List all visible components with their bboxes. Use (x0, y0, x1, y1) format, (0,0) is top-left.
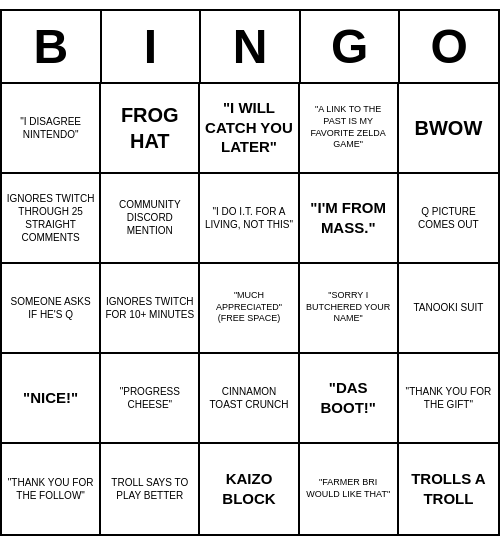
cell-text: IGNORES TWITCH FOR 10+ MINUTES (105, 295, 194, 321)
cell-text: KAIZO BLOCK (204, 469, 293, 508)
bingo-cell[interactable]: "FARMER BRI WOULD LIKE THAT" (300, 444, 399, 534)
bingo-cell[interactable]: IGNORES TWITCH FOR 10+ MINUTES (101, 264, 200, 354)
cell-text: TANOOKI SUIT (413, 301, 483, 314)
cell-text: "I WILL CATCH YOU LATER" (204, 98, 293, 157)
bingo-cell[interactable]: TANOOKI SUIT (399, 264, 498, 354)
bingo-cell[interactable]: TROLLS A TROLL (399, 444, 498, 534)
bingo-cell[interactable]: Q PICTURE COMES OUT (399, 174, 498, 264)
bingo-cell[interactable]: "DAS BOOT!" (300, 354, 399, 444)
header-letter: I (102, 11, 202, 82)
cell-text: "I'M FROM MASS." (304, 198, 393, 237)
cell-text: CINNAMON TOAST CRUNCH (204, 385, 293, 411)
cell-text: "PROGRESS CHEESE" (105, 385, 194, 411)
cell-text: "I DISAGREE NINTENDO" (6, 115, 95, 141)
bingo-cell[interactable]: "I'M FROM MASS." (300, 174, 399, 264)
cell-text: "THANK YOU FOR THE FOLLOW" (6, 476, 95, 502)
cell-text: "MUCH APPRECIATED" (FREE SPACE) (204, 290, 293, 325)
cell-text: "A LINK TO THE PAST IS MY FAVORITE ZELDA… (304, 104, 393, 151)
bingo-cell[interactable]: SOMEONE ASKS IF HE'S Q (2, 264, 101, 354)
bingo-grid: "I DISAGREE NINTENDO"FROG HAT"I WILL CAT… (2, 84, 498, 534)
cell-text: "DAS BOOT!" (304, 378, 393, 417)
cell-text: "NICE!" (23, 388, 78, 408)
bingo-cell[interactable]: "SORRY I BUTCHERED YOUR NAME" (300, 264, 399, 354)
bingo-cell[interactable]: "I DISAGREE NINTENDO" (2, 84, 101, 174)
cell-text: TROLLS A TROLL (403, 469, 494, 508)
bingo-cell[interactable]: "A LINK TO THE PAST IS MY FAVORITE ZELDA… (300, 84, 399, 174)
bingo-cell[interactable]: "THANK YOU FOR THE GIFT" (399, 354, 498, 444)
cell-text: FROG HAT (105, 102, 194, 154)
bingo-card: BINGO "I DISAGREE NINTENDO"FROG HAT"I WI… (0, 9, 500, 536)
bingo-cell[interactable]: COMMUNITY DISCORD MENTION (101, 174, 200, 264)
cell-text: "SORRY I BUTCHERED YOUR NAME" (304, 290, 393, 325)
cell-text: "FARMER BRI WOULD LIKE THAT" (304, 477, 393, 500)
bingo-cell[interactable]: "MUCH APPRECIATED" (FREE SPACE) (200, 264, 299, 354)
bingo-header: BINGO (2, 11, 498, 84)
bingo-cell[interactable]: "THANK YOU FOR THE FOLLOW" (2, 444, 101, 534)
bingo-cell[interactable]: FROG HAT (101, 84, 200, 174)
bingo-cell[interactable]: CINNAMON TOAST CRUNCH (200, 354, 299, 444)
cell-text: SOMEONE ASKS IF HE'S Q (6, 295, 95, 321)
cell-text: BWOW (415, 115, 483, 141)
cell-text: "I DO I.T. FOR A LIVING, NOT THIS" (204, 205, 293, 231)
bingo-cell[interactable]: IGNORES TWITCH THROUGH 25 STRAIGHT COMME… (2, 174, 101, 264)
cell-text: IGNORES TWITCH THROUGH 25 STRAIGHT COMME… (6, 192, 95, 244)
header-letter: N (201, 11, 301, 82)
cell-text: TROLL SAYS TO PLAY BETTER (105, 476, 194, 502)
bingo-cell[interactable]: TROLL SAYS TO PLAY BETTER (101, 444, 200, 534)
bingo-cell[interactable]: "NICE!" (2, 354, 101, 444)
bingo-cell[interactable]: "PROGRESS CHEESE" (101, 354, 200, 444)
cell-text: "THANK YOU FOR THE GIFT" (403, 385, 494, 411)
header-letter: G (301, 11, 401, 82)
bingo-cell[interactable]: "I WILL CATCH YOU LATER" (200, 84, 299, 174)
bingo-cell[interactable]: BWOW (399, 84, 498, 174)
bingo-cell[interactable]: KAIZO BLOCK (200, 444, 299, 534)
bingo-cell[interactable]: "I DO I.T. FOR A LIVING, NOT THIS" (200, 174, 299, 264)
cell-text: COMMUNITY DISCORD MENTION (105, 198, 194, 237)
header-letter: O (400, 11, 498, 82)
header-letter: B (2, 11, 102, 82)
cell-text: Q PICTURE COMES OUT (403, 205, 494, 231)
